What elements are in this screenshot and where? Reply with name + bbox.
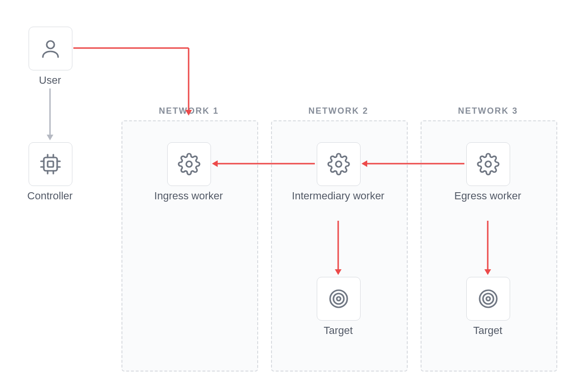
gear-icon — [327, 153, 350, 176]
svg-point-19 — [336, 161, 342, 167]
diagram-canvas: NETWORK 1 NETWORK 2 NETWORK 3 User Contr… — [0, 0, 583, 392]
target-2-label: Target — [291, 324, 386, 337]
intermediary-worker-label: Intermediary worker — [291, 190, 386, 202]
controller-node — [29, 142, 72, 186]
egress-worker-label: Egress worker — [440, 190, 535, 202]
arrowhead-icon — [47, 135, 53, 140]
user-icon — [39, 37, 62, 60]
ingress-worker-label: Ingress worker — [141, 190, 236, 202]
svg-point-20 — [485, 161, 491, 167]
intermediary-worker-node — [317, 142, 361, 186]
chip-icon — [39, 153, 62, 176]
svg-rect-8 — [44, 157, 57, 171]
svg-point-18 — [186, 161, 192, 167]
target-3-label: Target — [440, 324, 535, 337]
controller-label: Controller — [2, 190, 98, 202]
target-icon — [477, 287, 500, 310]
svg-point-26 — [486, 297, 490, 301]
svg-point-7 — [47, 41, 54, 49]
target-icon — [327, 287, 350, 310]
svg-point-25 — [483, 294, 493, 304]
network-2-title: NETWORK 2 — [271, 106, 406, 116]
user-label: User — [2, 74, 98, 87]
svg-point-23 — [337, 297, 341, 301]
svg-point-22 — [333, 294, 344, 304]
arrow-user-to-controller — [47, 88, 53, 140]
gear-icon — [178, 153, 201, 176]
target-2-node — [317, 277, 361, 321]
user-node — [29, 27, 72, 70]
egress-worker-node — [466, 142, 510, 186]
gear-icon — [477, 153, 500, 176]
network-3-title: NETWORK 3 — [421, 106, 555, 116]
svg-rect-9 — [48, 161, 53, 167]
target-3-node — [466, 277, 510, 321]
network-1-title: NETWORK 1 — [121, 106, 256, 116]
ingress-worker-node — [167, 142, 211, 186]
